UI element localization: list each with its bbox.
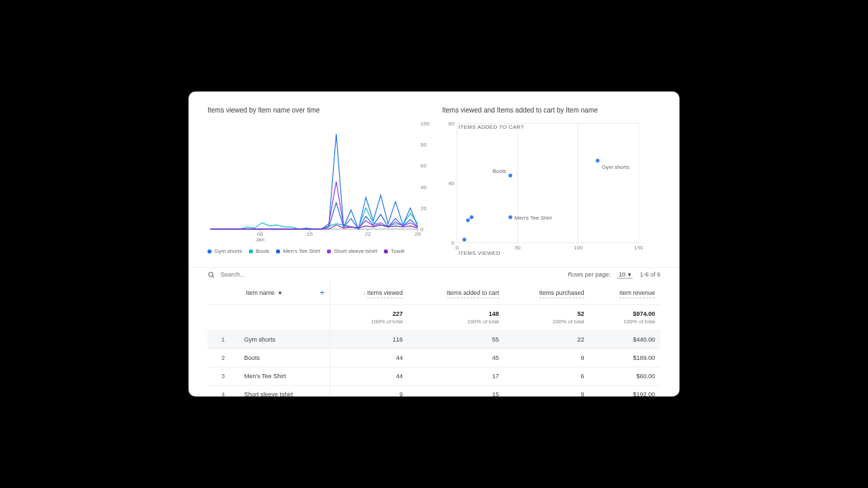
legend-item[interactable]: Short sleeve tshirt (327, 248, 377, 254)
dimension-header[interactable]: Item name ▼ + (208, 281, 330, 305)
svg-text:0: 0 (420, 226, 424, 232)
svg-point-34 (466, 218, 470, 222)
rows-per-page-label: Rows per page: (568, 271, 610, 278)
svg-text:80: 80 (420, 142, 427, 148)
scatter-chart-title: Items viewed and Items added to cart by … (442, 106, 660, 114)
svg-text:29: 29 (415, 231, 421, 237)
scatter-chart: 05010015004080ITEMS ADDED TO CARTITEMS V… (442, 121, 643, 256)
svg-text:Gym shorts: Gym shorts (601, 164, 629, 170)
svg-rect-16 (457, 123, 639, 243)
scatter-chart-panel: Items viewed and Items added to cart by … (442, 106, 660, 258)
svg-text:40: 40 (448, 180, 454, 186)
svg-text:Men's Tee Shirt: Men's Tee Shirt (515, 215, 553, 221)
add-dimension-button[interactable]: + (319, 288, 324, 298)
items-table: Item name ▼ + ↓Items viewed Items added … (208, 281, 660, 396)
line-chart-title: Items viewed by Item name over time (208, 106, 426, 114)
svg-point-36 (462, 238, 467, 242)
legend-item[interactable]: Men's Tee Shirt (276, 248, 320, 254)
col-items-added[interactable]: Items added to cart (408, 281, 505, 305)
table-row[interactable]: 1Gym shorts1165522$440.00 (208, 331, 660, 349)
svg-text:40: 40 (420, 184, 427, 190)
svg-point-28 (595, 159, 599, 163)
chevron-down-icon: ▾ (628, 271, 631, 278)
page-range: 1-6 of 6 (639, 271, 660, 278)
svg-point-30 (509, 174, 513, 178)
svg-text:Jan: Jan (256, 237, 264, 243)
svg-text:ITEMS VIEWED: ITEMS VIEWED (458, 250, 500, 256)
line-chart-panel: Items viewed by Item name over time 1008… (208, 106, 426, 258)
table-controls-bar: Rows per page: 10 ▾ 1-6 of 6 (189, 267, 679, 281)
col-items-purchased[interactable]: Items purchased (505, 281, 590, 305)
table-row[interactable]: 4Short sleeve tshirt9158$192.00 (208, 386, 660, 397)
svg-point-32 (509, 216, 513, 220)
legend-item[interactable]: Gym shorts (208, 248, 242, 254)
svg-text:20: 20 (420, 205, 427, 211)
search-icon (208, 271, 215, 279)
dimension-label: Item name (245, 289, 275, 296)
svg-text:50: 50 (515, 245, 521, 251)
line-chart-legend: Gym shortsBootsMen's Tee ShirtShort slee… (208, 248, 426, 254)
svg-text:0: 0 (452, 240, 455, 246)
table-row[interactable]: 3Men's Tee Shirt44176$60.00 (208, 367, 660, 386)
svg-text:60: 60 (420, 163, 427, 169)
svg-text:100: 100 (420, 121, 430, 127)
svg-text:22: 22 (365, 231, 371, 237)
svg-point-35 (469, 216, 473, 220)
svg-text:150: 150 (634, 245, 643, 251)
svg-text:Boots: Boots (492, 168, 506, 174)
svg-text:80: 80 (448, 121, 454, 127)
line-chart: 10080604020008Jan152229 (208, 121, 435, 243)
svg-text:ITEMS ADDED TO CART: ITEMS ADDED TO CART (458, 124, 524, 130)
legend-item[interactable]: Boots (249, 248, 269, 254)
sort-descending-icon: ↓ (363, 289, 366, 296)
svg-line-38 (212, 276, 214, 277)
svg-point-37 (209, 272, 213, 276)
chevron-down-icon: ▼ (277, 290, 283, 296)
search-input[interactable] (219, 270, 344, 279)
rows-per-page-select[interactable]: 10 ▾ (617, 271, 633, 279)
rows-per-page-value: 10 (618, 271, 625, 278)
col-items-viewed[interactable]: ↓Items viewed (330, 281, 408, 305)
totals-row: 227100% of total148100% of total52100% o… (208, 305, 660, 331)
table-row[interactable]: 2Boots44459$189.00 (208, 349, 660, 367)
svg-text:100: 100 (574, 245, 583, 251)
col-item-revenue[interactable]: Item revenue (590, 281, 660, 305)
svg-text:15: 15 (307, 231, 313, 237)
legend-item[interactable]: Towel (384, 248, 404, 254)
